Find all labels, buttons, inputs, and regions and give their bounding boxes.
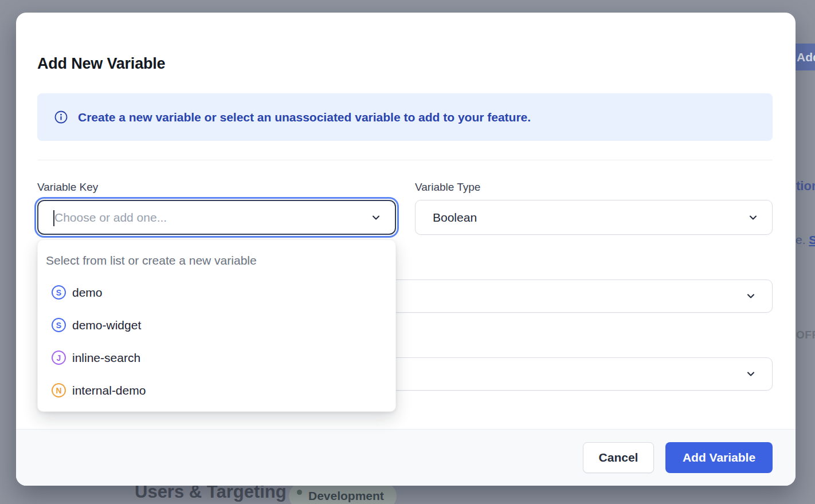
chevron-down-icon xyxy=(748,212,758,223)
chevron-down-icon[interactable] xyxy=(371,212,381,223)
variable-type-value: Boolean xyxy=(433,211,477,225)
environment-dot-icon xyxy=(297,490,302,495)
variable-type-label: Variable Type xyxy=(415,181,480,194)
dropdown-option-demo[interactable]: S demo xyxy=(38,276,395,309)
string-type-icon: S xyxy=(52,285,66,300)
background-clipped-sentence-text: e. xyxy=(796,233,809,246)
environment-badge-label: Development xyxy=(308,489,384,503)
string-type-icon: S xyxy=(52,318,66,332)
dropdown-option-list: S demo S demo-widget J inline-search N i… xyxy=(38,276,395,407)
dropdown-option-demo-widget[interactable]: S demo-widget xyxy=(38,309,395,341)
modal-title: Add New Variable xyxy=(37,55,165,73)
environment-badge: Development xyxy=(289,483,397,504)
background-clipped-sentence: e. S xyxy=(796,233,815,247)
dropdown-option-label: demo xyxy=(72,286,103,300)
chevron-down-icon xyxy=(746,369,756,379)
add-variable-button[interactable]: Add Variable xyxy=(665,442,773,473)
text-cursor xyxy=(53,210,54,226)
dropdown-option-label: demo-widget xyxy=(72,318,141,332)
info-banner-text: Create a new variable or select an unass… xyxy=(78,111,531,124)
background-clipped-text: tion xyxy=(796,179,815,194)
dropdown-option-label: inline-search xyxy=(72,351,140,365)
background-clipped-link[interactable]: S xyxy=(809,233,815,246)
add-variable-modal: Add New Variable Create a new variable o… xyxy=(16,13,796,486)
cancel-button[interactable]: Cancel xyxy=(583,442,654,473)
variable-key-label: Variable Key xyxy=(37,181,98,194)
variable-key-dropdown: Select from list or create a new variabl… xyxy=(37,239,396,412)
dropdown-option-internal-demo[interactable]: N internal-demo xyxy=(38,374,395,407)
screen: Add tion e. S OFF Users & Targeting Deve… xyxy=(0,0,815,504)
dropdown-header: Select from list or create a new variabl… xyxy=(38,240,395,267)
divider xyxy=(37,160,773,160)
dropdown-option-label: internal-demo xyxy=(72,384,146,397)
info-banner: Create a new variable or select an unass… xyxy=(37,93,773,141)
dropdown-option-inline-search[interactable]: J inline-search xyxy=(38,341,395,374)
json-type-icon: J xyxy=(52,351,66,365)
modal-footer: Cancel Add Variable xyxy=(16,429,796,486)
info-icon xyxy=(54,111,68,124)
variable-key-combobox[interactable] xyxy=(37,200,396,235)
variable-key-input[interactable] xyxy=(54,211,364,225)
background-off-label: OFF xyxy=(796,329,815,341)
chevron-down-icon xyxy=(746,291,756,301)
number-type-icon: N xyxy=(52,383,66,397)
variable-type-select[interactable]: Boolean xyxy=(415,200,773,235)
